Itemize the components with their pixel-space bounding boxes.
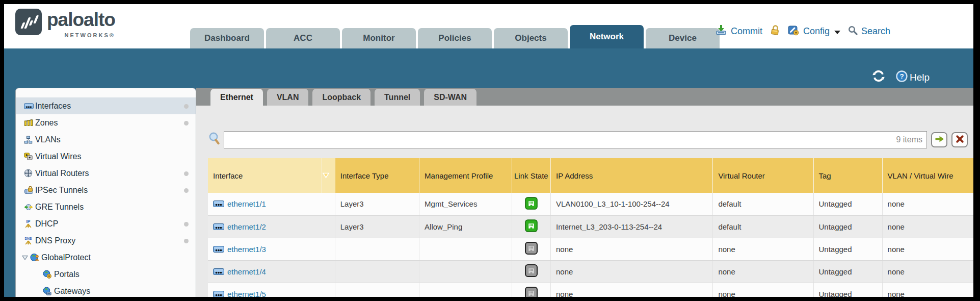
cell-vlan-virtual-wire: none	[882, 260, 973, 283]
refresh-icon[interactable]	[871, 70, 886, 85]
ethernet-chip-icon	[213, 200, 224, 207]
svg-text:DNS: DNS	[25, 237, 33, 240]
link-state-up-icon[interactable]	[512, 215, 550, 238]
interface-name: ethernet1/2	[227, 222, 266, 231]
link-state-down-icon[interactable]	[512, 283, 550, 297]
commit-button[interactable]: Commit	[731, 26, 762, 37]
ethernet-panel: 9 items	[196, 106, 973, 297]
sidebar-item-gre-tunnels[interactable]: GRE Tunnels	[16, 198, 196, 215]
portals-icon	[43, 270, 54, 279]
col-header-interface-type[interactable]: Interface Type	[335, 158, 419, 193]
col-header-ip-address[interactable]: IP Address	[551, 158, 713, 193]
sidebar-item-label: GRE Tunnels	[35, 203, 84, 212]
sidebar-item-ipsec-tunnels[interactable]: IPSec Tunnels	[16, 182, 196, 198]
sort-caret-icon[interactable]	[322, 158, 335, 193]
link-state-down-icon[interactable]	[512, 260, 550, 283]
sidebar-item-label: Gateways	[54, 287, 90, 296]
cell-interface-type: Layer3	[335, 215, 419, 238]
col-header-link-state[interactable]: Link State	[512, 158, 550, 193]
main-tab-monitor[interactable]: Monitor	[342, 28, 416, 48]
col-header-interface[interactable]: Interface	[208, 158, 322, 193]
main-tab-policies[interactable]: Policies	[418, 28, 492, 48]
cell-ip-address: VLAN0100_L3_10-1-100-254--24	[551, 193, 713, 215]
sidebar-item-virtual-routers[interactable]: Virtual Routers	[16, 165, 196, 182]
sidebar-item-label: Zones	[35, 118, 58, 128]
sub-tab-ethernet[interactable]: Ethernet	[210, 89, 263, 106]
cell-virtual-router: none	[713, 238, 813, 260]
svg-text:?: ?	[899, 72, 904, 80]
app-window: paloalto NETWORKS® DashboardACCMonitorPo…	[4, 4, 973, 297]
sub-tab-sd-wan[interactable]: SD-WAN	[424, 89, 476, 106]
main-tab-network[interactable]: Network	[570, 25, 644, 48]
sidebar-item-dhcp[interactable]: IPDHCP	[16, 215, 196, 232]
interface-link[interactable]: ethernet1/2	[213, 222, 330, 231]
col-header-management-profile[interactable]: Management Profile	[419, 158, 512, 193]
col-header-tag[interactable]: Tag	[813, 158, 882, 193]
search-button[interactable]: Search	[861, 26, 890, 37]
cell-tag: Untagged	[813, 215, 882, 238]
main-tab-acc[interactable]: ACC	[266, 28, 340, 48]
interface-name: ethernet1/5	[227, 290, 266, 297]
interface-link[interactable]: ethernet1/4	[213, 267, 330, 276]
brand-name: paloalto	[47, 9, 115, 31]
cell-vlan-virtual-wire: none	[882, 283, 973, 297]
sub-tab-tunnel[interactable]: Tunnel	[375, 89, 420, 106]
lock-icon[interactable]	[770, 24, 780, 38]
cell-interface-type	[335, 260, 419, 283]
sidebar-item-label: Virtual Wires	[35, 152, 81, 161]
sidebar-item-dns-proxy[interactable]: DNSDNS Proxy	[16, 232, 196, 249]
item-count: 9 items	[896, 132, 922, 148]
link-state-up-icon[interactable]	[512, 193, 550, 215]
sidebar-item-virtual-wires[interactable]: Virtual Wires	[16, 148, 196, 165]
interface-link[interactable]: ethernet1/5	[213, 290, 330, 297]
sidebar-item-zones[interactable]: Zones	[16, 114, 196, 131]
cell-management-profile: Mgmt_Services	[419, 193, 512, 215]
status-dot	[184, 104, 189, 109]
help-label: Help	[910, 72, 930, 83]
cell-vlan-virtual-wire: none	[882, 193, 973, 215]
interface-name: ethernet1/1	[227, 199, 266, 208]
table-row-ethernet1-4: ethernet1/4nonenoneUntaggednone	[208, 260, 973, 283]
sub-tab-loopback[interactable]: Loopback	[312, 89, 370, 106]
zones-icon	[24, 119, 35, 127]
link-state-down-icon[interactable]	[512, 238, 550, 260]
col-header-vlan-virtual-wire[interactable]: VLAN / Virtual Wire	[882, 158, 973, 193]
col-header-virtual-router[interactable]: Virtual Router	[713, 158, 813, 193]
help-icon: ?	[896, 70, 908, 85]
interface-name: ethernet1/3	[227, 245, 266, 254]
ipsec-tunnels-icon	[24, 186, 35, 194]
table-row-ethernet1-5: ethernet1/5nonenoneUntaggednone	[208, 283, 973, 297]
top-header: paloalto NETWORKS® DashboardACCMonitorPo…	[4, 4, 973, 48]
clear-filter-button[interactable]	[951, 132, 968, 147]
sidebar-item-globalprotect[interactable]: GlobalProtect	[16, 249, 196, 266]
dns-proxy-icon: DNS	[24, 236, 35, 245]
help-button[interactable]: ? Help	[896, 70, 930, 85]
cell-tag: Untagged	[813, 193, 882, 215]
virtual-wires-icon	[24, 153, 35, 160]
sidebar-item-gateways[interactable]: Gateways	[16, 283, 196, 297]
sidebar: InterfacesZonesVLANsVirtual WiresVirtual…	[15, 88, 196, 297]
apply-filter-button[interactable]	[931, 132, 947, 147]
sidebar-item-label: Portals	[54, 270, 80, 279]
paloalto-logo-icon	[15, 9, 42, 37]
sidebar-item-portals[interactable]: Portals	[16, 266, 196, 283]
main-tab-device[interactable]: Device	[646, 28, 720, 48]
config-caret-down-icon[interactable]	[834, 31, 840, 34]
sub-tab-vlan[interactable]: VLAN	[267, 89, 309, 106]
cell-virtual-router: default	[713, 215, 813, 238]
sidebar-item-label: GlobalProtect	[41, 253, 91, 262]
interface-link[interactable]: ethernet1/1	[213, 199, 330, 208]
cell-management-profile: Allow_Ping	[419, 215, 512, 238]
main-tab-objects[interactable]: Objects	[494, 28, 568, 48]
filter-input[interactable]	[224, 132, 926, 148]
config-button[interactable]: Config	[803, 26, 830, 37]
main-tab-dashboard[interactable]: Dashboard	[190, 28, 264, 48]
sidebar-item-label: IPSec Tunnels	[35, 186, 88, 195]
expand-open-icon[interactable]	[22, 253, 30, 262]
cell-interface-type: Layer3	[335, 193, 419, 215]
sidebar-item-label: DHCP	[35, 219, 58, 229]
interface-link[interactable]: ethernet1/3	[213, 245, 330, 254]
vlans-icon	[24, 136, 35, 144]
sidebar-item-vlans[interactable]: VLANs	[16, 131, 196, 148]
sidebar-item-interfaces[interactable]: Interfaces	[16, 97, 196, 114]
